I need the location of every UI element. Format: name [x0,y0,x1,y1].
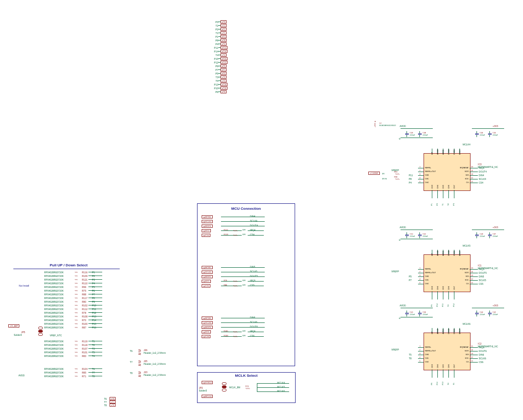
top-pin-label: P1 [212,35,218,38]
top-pin-label: P9 [212,65,218,68]
top-pin-netlabel: oP13 [221,83,227,86]
top-pin-label: T1 [212,32,218,35]
top-pin-label: P7 [212,69,218,71]
capacitor [418,131,422,137]
top-pin-netlabel: oP8 [221,39,227,42]
top-pin-netlabel: oP12 [221,61,227,64]
mcu-block: MCU Connection [197,203,295,366]
top-pin-netlabel: oP2 [221,28,227,31]
top-pin-netlabel: oT1 [221,31,227,35]
header-conn-icon: ⊐|⊐| [138,371,141,377]
pull-block-line [13,269,120,269]
capacitor [488,131,492,137]
top-pin-label: P15 [212,58,218,60]
top-pin-label: P14 [212,50,218,53]
gnd-icon: ⏚ [399,137,401,140]
capacitor [405,131,409,137]
capacitor [405,232,409,238]
top-pin-netlabel: oT5 [221,79,227,82]
capacitor [418,232,422,238]
top-pin-label: P5 [212,72,218,75]
top-pin-netlabel: oP9 [221,64,227,68]
capacitor [488,232,492,238]
top-pin-label: P6 [212,91,218,93]
top-pin-netlabel: oP15 [221,57,227,60]
gnd-icon: ⏚ [399,316,401,319]
top-pin-netlabel: oP10 [221,86,227,90]
gnd-icon: ⏚ [399,238,401,241]
top-pin-label: T5 [212,80,218,82]
top-pin-netlabel: oT3 [221,75,227,79]
header-conn-icon: ⊐|⊐| [138,360,141,366]
capacitor [475,311,479,316]
mcu-block-title: MCU Connection [198,207,295,211]
capacitor [475,232,479,238]
top-pin-label: P10 [212,87,218,90]
top-pin-netlabel: oP3 [221,20,227,23]
top-pin-label: P4 [212,43,218,46]
header-conn-icon: ⊐|⊐| [138,349,141,355]
top-pin-netlabel: oP6 [221,90,227,93]
top-pin-netlabel: oP11 [221,46,227,49]
top-pin-label: P2 [212,28,218,31]
pull-block-title-container: Pull UP / Down Select [13,263,124,269]
top-pin-label: P12 [212,61,218,64]
top-pin-label: P11 [212,46,218,49]
pull-block-title: Pull UP / Down Select [13,263,124,267]
top-pin-label: P3 [212,21,218,23]
top-pin-label: P13 [212,83,218,86]
pwr-arrow-icon: +3V3 ◄ [374,121,376,127]
capacitor [488,311,492,316]
top-pin-label: T2 [212,24,218,27]
top-pin-netlabel: oP7 [221,68,227,71]
top-pin-netlabel: oP14 [221,50,227,53]
capacitor [475,131,479,137]
top-pin-label: T3 [212,76,218,79]
top-pin-label: T4 [212,54,218,57]
top-pin-netlabel: oP4 [221,42,227,46]
capacitor [418,311,422,316]
top-pin-netlabel: oT2 [221,24,227,27]
top-pin-netlabel: oP1 [221,35,227,38]
top-pin-netlabel: oT4 [221,53,227,57]
capacitor [405,311,409,316]
mclk-block-title: MCLK Select [198,374,295,378]
top-pin-label: P8 [212,39,218,42]
top-pin-netlabel: oP5 [221,72,227,75]
